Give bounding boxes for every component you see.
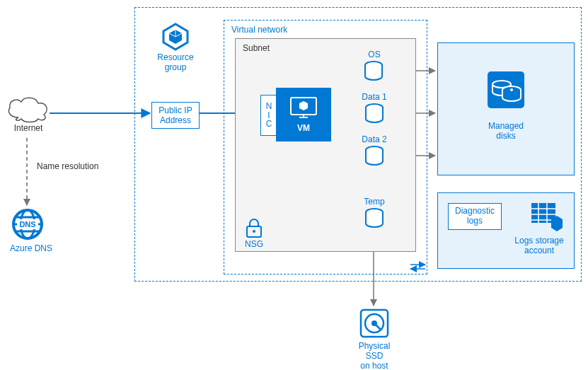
svg-point-23 [510, 88, 513, 91]
managed-disks-icon [485, 69, 527, 111]
data1-disk-label: Data 1 [359, 92, 389, 102]
nsg-label: NSG [245, 239, 263, 249]
svg-line-33 [374, 323, 381, 330]
dns-globe-icon: DNS [10, 207, 45, 242]
virtual-network-label: Virtual network [231, 25, 287, 35]
resource-group-label: Resource group [151, 52, 200, 72]
nic-box: N I C [260, 95, 277, 136]
data2-disk-label: Data 2 [359, 134, 389, 144]
nic-label: N I C [266, 102, 272, 129]
ssd-icon [358, 307, 391, 340]
resource-group-node: Resource group [151, 20, 200, 72]
azure-dns-label: Azure DNS [10, 243, 45, 253]
physical-ssd-label: Physical SSD on host [355, 341, 393, 370]
internet-node: Internet [4, 93, 52, 133]
temp-disk-node: Temp [359, 197, 389, 229]
os-disk-label: OS [364, 50, 385, 59]
temp-disk-label: Temp [359, 197, 389, 207]
managed-disks-panel: Managed disks [437, 42, 575, 175]
nsg-node: NSG [245, 218, 263, 249]
vm-box: VM [276, 88, 331, 141]
lock-icon [245, 218, 263, 239]
data2-disk-node: Data 2 [359, 134, 389, 167]
os-disk-node: OS [364, 50, 385, 82]
vm-label: VM [297, 123, 310, 133]
internet-label: Internet [4, 123, 52, 133]
disk-icon [364, 61, 384, 82]
resource-group-icon [159, 20, 192, 52]
azure-dns-node: DNS Azure DNS [10, 207, 45, 253]
dns-icon-text: DNS [19, 220, 35, 229]
logs-storage-label: Logs storage account [509, 236, 570, 255]
subnet-label: Subnet [243, 43, 270, 53]
name-resolution-label: Name resolution [37, 161, 98, 171]
architecture-diagram: Internet Name resolution DNS Azure DNS R… [0, 0, 588, 370]
managed-disks-label: Managed disks [438, 121, 574, 141]
public-ip-label: Public IP Address [158, 105, 192, 126]
disk-icon [364, 208, 384, 229]
disk-icon [364, 103, 384, 125]
svg-point-19 [253, 230, 255, 233]
cloud-icon [4, 93, 52, 123]
vm-monitor-icon [289, 96, 318, 120]
diagnostic-logs-box: Diagnostic logs [448, 203, 502, 230]
storage-table-icon [530, 200, 564, 234]
diagnostic-logs-label: Diagnostic logs [455, 207, 495, 226]
data1-disk-node: Data 1 [359, 92, 389, 125]
public-ip-box: Public IP Address [151, 102, 200, 129]
physical-ssd-node: Physical SSD on host [355, 307, 393, 370]
logs-storage-panel: Diagnostic logs Logs storage account [437, 192, 575, 269]
disk-icon [364, 146, 384, 167]
